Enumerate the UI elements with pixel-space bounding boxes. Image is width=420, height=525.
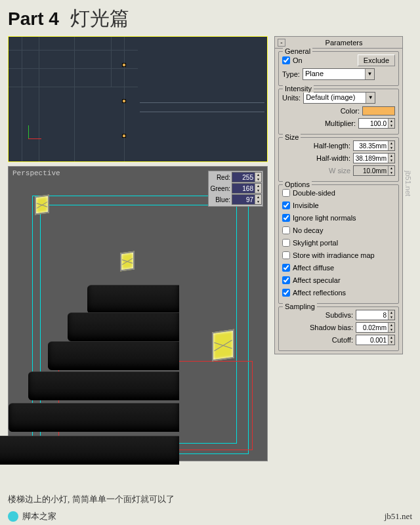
half-length-input[interactable] xyxy=(354,141,388,150)
checkbox-on[interactable] xyxy=(282,56,290,64)
spinner-icon[interactable]: ▲▼ xyxy=(388,310,394,320)
checkbox-option-1[interactable] xyxy=(282,201,290,209)
checkbox-option-0[interactable] xyxy=(282,189,290,197)
option-label: Store with irradiance map xyxy=(293,251,375,259)
spinner-icon[interactable]: ▲▼ xyxy=(388,154,394,163)
checkbox-option-4[interactable] xyxy=(282,239,290,247)
spinner-icon[interactable]: ▲▼ xyxy=(388,141,394,150)
units-dropdown[interactable]: Default (image)▼ xyxy=(303,92,375,104)
exclude-button[interactable]: Exclude xyxy=(358,54,395,66)
option-label: Skylight portal xyxy=(293,239,338,247)
vray-light-1[interactable] xyxy=(35,194,49,215)
watermark: jb51.net xyxy=(404,171,412,196)
group-sampling: Sampling Subdivs: ▲▼ Shadow bias: ▲▼ Cut… xyxy=(278,306,399,351)
type-dropdown[interactable]: Plane▼ xyxy=(303,68,375,80)
spinner-icon[interactable]: ▲▼ xyxy=(255,195,261,204)
spinner-icon: ▲▼ xyxy=(388,166,394,175)
chevron-down-icon[interactable]: ▼ xyxy=(365,69,374,79)
collapse-icon[interactable]: - xyxy=(278,39,285,47)
blue-label: Blue: xyxy=(209,196,232,203)
group-general: General On Exclude Type: Plane▼ xyxy=(278,51,399,86)
caption-text: 楼梯边上的小灯, 简简单单一个面灯就可以了 xyxy=(8,494,175,505)
vray-light-3[interactable] xyxy=(212,329,234,362)
green-input[interactable] xyxy=(232,184,255,193)
top-viewport[interactable] xyxy=(8,36,268,162)
red-input[interactable] xyxy=(232,173,255,182)
group-size: Size Half-length: ▲▼ Half-width: ▲▼ W si… xyxy=(278,137,399,182)
site-url: jb51.net xyxy=(385,511,412,522)
cutoff-input[interactable] xyxy=(356,335,388,345)
group-intensity: Intensity Units: Default (image)▼ Color: xyxy=(278,89,399,135)
vray-light-2[interactable] xyxy=(120,251,135,271)
checkbox-option-7[interactable] xyxy=(282,276,290,284)
option-label: Affect reflections xyxy=(293,289,346,297)
red-label: Red: xyxy=(209,174,232,181)
green-label: Green: xyxy=(209,185,232,192)
spinner-icon[interactable]: ▲▼ xyxy=(255,184,261,193)
option-label: Affect specular xyxy=(293,276,341,284)
color-swatch[interactable] xyxy=(362,106,395,116)
subdivs-input[interactable] xyxy=(356,310,388,320)
chevron-down-icon[interactable]: ▼ xyxy=(366,93,375,103)
rgb-readout: Red: ▲▼ Green: ▲▼ Blue: ▲▼ xyxy=(208,171,263,207)
w-size-input xyxy=(354,166,388,175)
page-title: 灯光篇 xyxy=(70,5,129,32)
gizmo-handle[interactable] xyxy=(122,99,126,103)
spinner-icon[interactable]: ▲▼ xyxy=(388,323,394,332)
spinner-icon[interactable]: ▲▼ xyxy=(388,119,394,128)
option-label: No decay xyxy=(293,226,323,234)
site-name: 脚本之家 xyxy=(22,511,56,522)
gizmo-handle[interactable] xyxy=(122,134,126,138)
page-header: Part 4 灯光篇 xyxy=(8,5,412,32)
spinner-icon[interactable]: ▲▼ xyxy=(388,335,394,345)
stairs-geometry xyxy=(9,285,179,455)
shadow-bias-input[interactable] xyxy=(356,323,388,332)
checkbox-option-8[interactable] xyxy=(282,289,290,297)
checkbox-option-6[interactable] xyxy=(282,264,290,272)
parameters-panel: - Parameters General On Exclude Type: xyxy=(274,36,403,354)
gizmo-handle[interactable] xyxy=(122,63,126,67)
blue-input[interactable] xyxy=(232,195,255,204)
checkbox-option-2[interactable] xyxy=(282,214,290,222)
spinner-icon[interactable]: ▲▼ xyxy=(255,173,261,182)
half-width-input[interactable] xyxy=(354,154,388,163)
part-number: Part 4 xyxy=(8,9,59,30)
option-label: Double-sided xyxy=(293,189,335,197)
site-logo-icon xyxy=(8,511,18,522)
multiplier-input[interactable] xyxy=(359,119,388,128)
option-label: Affect diffuse xyxy=(293,264,334,272)
checkbox-option-5[interactable] xyxy=(282,251,290,259)
viewport-label: Perspective xyxy=(12,169,60,177)
group-options: Options Double-sidedInvisibleIgnore ligh… xyxy=(278,184,399,304)
axis-gizmo xyxy=(28,129,48,148)
perspective-viewport[interactable]: Perspective Red: xyxy=(8,166,268,461)
option-label: Ignore light normals xyxy=(293,214,356,222)
checkbox-option-3[interactable] xyxy=(282,226,290,234)
footer: 脚本之家 jb51.net xyxy=(0,511,420,522)
option-label: Invisible xyxy=(293,201,319,209)
